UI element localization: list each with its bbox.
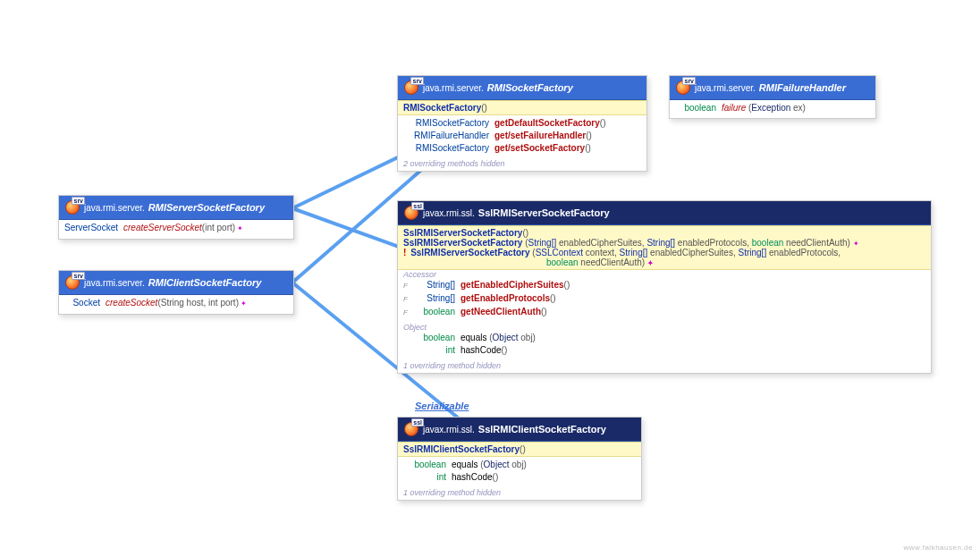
- final-flag: F: [403, 293, 410, 306]
- box-sslrmiclientsocketfactory: ssl javax.rmi.ssl.SslRMIClientSocketFact…: [397, 417, 642, 501]
- method-params: (String host, int port): [157, 297, 239, 309]
- box-header: srv java.rmi.server.RMISocketFactory: [398, 76, 646, 100]
- method-name: getDefaultSocketFactory: [494, 117, 600, 130]
- ssl-icon: ssl: [403, 205, 419, 221]
- srv-icon: srv: [403, 80, 419, 96]
- constructor-row: RMISocketFactory(): [398, 100, 646, 115]
- note: 1 overriding method hidden: [398, 360, 931, 373]
- box-rmiclientsocketfactory: srv java.rmi.server.RMIClientSocketFacto…: [58, 270, 294, 315]
- package-label: javax.rmi.ssl.: [423, 208, 475, 218]
- box-header: srv java.rmi.server.RMIFailureHandler: [670, 76, 875, 100]
- throws-icon: ✦: [235, 223, 243, 235]
- constructor-row: SslRMIClientSocketFactory(): [398, 442, 641, 457]
- method-name: get/setFailureHandler: [494, 130, 586, 142]
- method-row: boolean equals (Object obj): [401, 332, 927, 344]
- return-type: int: [403, 471, 446, 484]
- return-type: boolean: [675, 102, 716, 114]
- constructor-params-part: (String[] enabledCipherSuites, String[] …: [525, 238, 858, 248]
- method-params: (Object obj): [477, 459, 526, 471]
- package-label: java.rmi.server.: [84, 203, 145, 213]
- ssl-icon: ssl: [403, 421, 419, 437]
- package-label: java.rmi.server.: [695, 83, 756, 93]
- class-name: SslRMIClientSocketFactory: [478, 424, 606, 435]
- method-params: (): [550, 292, 556, 305]
- method-name: createServerSocket: [123, 222, 202, 234]
- section-accessor: Accessor: [398, 270, 931, 279]
- constructor-params: (): [520, 444, 526, 454]
- method-params: (): [564, 279, 570, 291]
- return-type: boolean: [412, 306, 455, 318]
- constructor-row: SslRMIServerSocketFactory() SslRMIServer…: [398, 225, 931, 270]
- method-params: (): [493, 471, 499, 484]
- constructor-name: SslRMIServerSocketFactory: [403, 238, 522, 248]
- method-row: F String[] getEnabledProtocols (): [401, 292, 927, 306]
- section-object: Object: [398, 323, 931, 332]
- constructor-name: SslRMIClientSocketFactory: [403, 444, 520, 454]
- class-name: RMIClientSocketFactory: [148, 277, 262, 288]
- constructor-name: SslRMIServerSocketFactory: [403, 228, 522, 238]
- throws-icon: ✦: [239, 298, 247, 310]
- note: 2 overriding methods hidden: [398, 158, 646, 171]
- method-list: ServerSocket createServerSocket (int por…: [59, 220, 293, 239]
- final-flag: F: [403, 307, 410, 319]
- srv-icon: srv: [64, 274, 80, 291]
- return-type: ServerSocket: [64, 222, 118, 234]
- method-name: failure: [722, 102, 746, 114]
- method-name: getEnabledCipherSuites: [460, 279, 564, 291]
- method-params: (): [585, 142, 591, 155]
- method-row: RMIFailureHandler get/setFailureHandler …: [401, 130, 643, 142]
- method-params: (): [586, 130, 592, 142]
- box-header: ssl javax.rmi.ssl.SslRMIClientSocketFact…: [398, 418, 641, 442]
- method-row: ServerSocket createServerSocket (int por…: [63, 222, 290, 235]
- return-type: RMISocketFactory: [403, 117, 489, 130]
- constructor-params-part: needClientAuth): [579, 257, 646, 267]
- return-type: String[]: [412, 292, 455, 305]
- serializable-link[interactable]: Serializable: [415, 401, 469, 411]
- warning-marker: !: [403, 248, 406, 257]
- method-list: boolean equals (Object obj) int hashCode…: [398, 457, 641, 487]
- constructor-params: (): [481, 103, 487, 113]
- box-header: srv java.rmi.server.RMIClientSocketFacto…: [59, 271, 293, 295]
- method-name: hashCode: [452, 471, 493, 484]
- constructor-params: (): [522, 228, 528, 238]
- method-name: equals: [452, 459, 477, 471]
- method-row: boolean failure (Exception ex): [673, 102, 872, 114]
- note: 1 overriding method hidden: [398, 487, 641, 500]
- box-header: srv java.rmi.server.RMIServerSocketFacto…: [59, 196, 293, 220]
- method-row: Socket createSocket (String host, int po…: [63, 297, 290, 310]
- method-row: F String[] getEnabledCipherSuites (): [401, 279, 927, 292]
- return-type: int: [412, 344, 455, 357]
- method-row: int hashCode (): [401, 344, 927, 357]
- class-name: RMISocketFactory: [487, 82, 573, 93]
- method-params: (): [600, 117, 606, 130]
- method-row: F boolean getNeedClientAuth (): [401, 306, 927, 319]
- package-label: java.rmi.server.: [423, 83, 484, 93]
- object-method-list: boolean equals (Object obj) int hashCode…: [398, 332, 931, 360]
- class-name: RMIServerSocketFactory: [148, 202, 265, 213]
- method-params: (): [541, 306, 547, 318]
- final-flag: F: [403, 280, 410, 292]
- method-list: RMISocketFactory getDefaultSocketFactory…: [398, 115, 646, 158]
- method-name: getNeedClientAuth: [460, 306, 541, 318]
- method-row: RMISocketFactory get/setSocketFactory (): [401, 142, 643, 155]
- constructor-params-part: (SSLContext context, String[] enabledCip…: [532, 248, 841, 257]
- return-type: Socket: [64, 297, 100, 309]
- box-rmisocketfactory: srv java.rmi.server.RMISocketFactory RMI…: [397, 75, 647, 172]
- box-sslrmiserversocketfactory: ssl javax.rmi.ssl.SslRMIServerSocketFact…: [397, 200, 932, 374]
- srv-icon: srv: [675, 80, 691, 96]
- return-type: String[]: [412, 279, 455, 291]
- watermark: www.falkhausen.de: [904, 544, 973, 552]
- method-params: (int port): [202, 222, 235, 234]
- return-type: boolean: [403, 459, 446, 471]
- method-row: boolean equals (Object obj): [401, 459, 638, 471]
- package-label: java.rmi.server.: [84, 278, 145, 288]
- method-name: get/setSocketFactory: [494, 142, 585, 155]
- box-header: ssl javax.rmi.ssl.SslRMIServerSocketFact…: [398, 201, 931, 225]
- constructor-name: RMISocketFactory: [403, 103, 481, 113]
- method-params: (): [502, 344, 508, 357]
- method-name: getEnabledProtocols: [460, 292, 550, 305]
- method-params: (Object obj): [486, 332, 535, 344]
- method-list: boolean failure (Exception ex): [670, 100, 875, 118]
- class-name: RMIFailureHandler: [759, 82, 846, 93]
- method-name: hashCode: [460, 344, 502, 357]
